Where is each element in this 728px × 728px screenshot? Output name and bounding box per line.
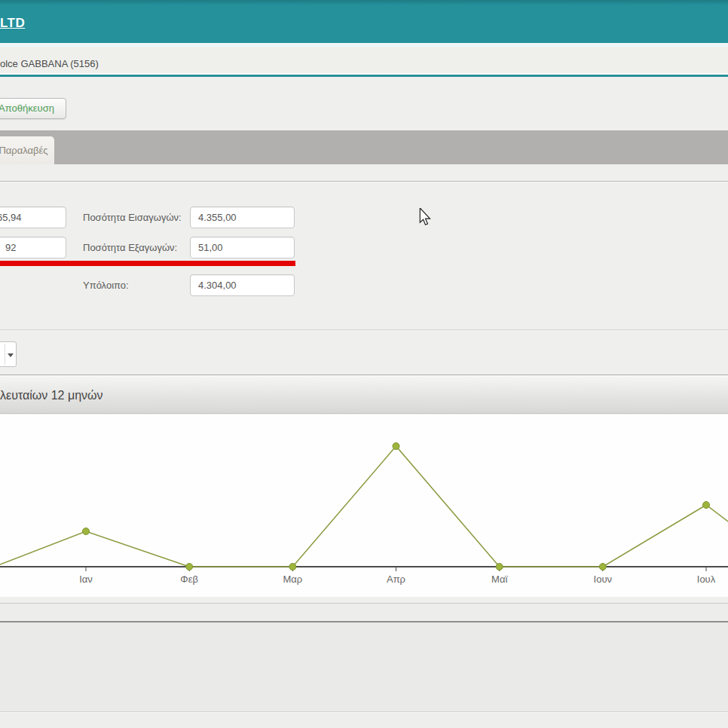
empty-table-row — [0, 604, 728, 621]
data-point — [703, 502, 710, 509]
annotation-red-line — [0, 261, 295, 266]
x-axis-label: Μαϊ — [491, 574, 508, 585]
dropdown-separator — [5, 344, 5, 365]
chevron-down-icon — [8, 353, 14, 357]
app-window: LTD olce GABBANA (5156) Αποθήκευση Παραλ… — [0, 0, 728, 728]
company-link[interactable]: LTD — [0, 16, 25, 31]
data-point — [289, 564, 296, 570]
x-axis-label: Μαρ — [283, 574, 302, 585]
data-point — [393, 443, 399, 450]
divider-teal — [0, 75, 728, 77]
x-axis-label: Ιουν — [594, 574, 612, 585]
footer-strip — [0, 713, 728, 728]
data-point — [496, 564, 503, 570]
tab-bar: Παραλαβές — [0, 130, 728, 164]
tab-receipts[interactable]: Παραλαβές — [0, 136, 54, 164]
trend-chart-panel: ΙανΦεβΜαρΑπρΜαϊΙουνΙουλ — [0, 414, 728, 597]
exports-qty-input[interactable] — [190, 237, 295, 258]
trend-line — [0, 446, 728, 567]
product-title: olce GABBANA (5156) — [0, 58, 99, 73]
save-button[interactable]: Αποθήκευση — [0, 98, 66, 119]
x-axis-label: Απρ — [387, 574, 405, 585]
x-axis-label: Φεβ — [180, 574, 198, 585]
data-point — [186, 564, 193, 570]
exports-qty-label: Ποσότητα Εξαγωγών: — [83, 237, 188, 258]
chart-section-header: λευταίων 12 μηνών — [0, 376, 728, 414]
top-header-bar: LTD — [0, 0, 728, 43]
divider-line — [0, 329, 728, 330]
balance-label: Υπόλοιπο: — [83, 274, 188, 296]
divider-line-highlight — [0, 182, 728, 182]
product-title-bar: olce GABBANA (5156) — [0, 47, 728, 73]
data-point — [83, 528, 90, 535]
empty-panel — [0, 622, 728, 711]
imports-qty-label: Ποσότητα Εισαγωγών: — [83, 206, 188, 228]
imports-qty-input[interactable] — [190, 206, 295, 228]
balance-input[interactable] — [190, 274, 295, 296]
data-point — [599, 564, 606, 570]
trend-chart-svg: ΙανΦεβΜαρΑπρΜαϊΙουνΙουλ — [0, 414, 728, 597]
left-value-input-1[interactable] — [0, 206, 66, 228]
x-axis-label: Ιουλ — [697, 574, 716, 585]
dropdown-select[interactable] — [0, 341, 17, 367]
x-axis-label: Ιαν — [79, 574, 93, 585]
left-value-input-2[interactable] — [0, 237, 66, 258]
mouse-cursor — [419, 208, 432, 226]
chart-section-title: λευταίων 12 μηνών — [0, 376, 103, 414]
